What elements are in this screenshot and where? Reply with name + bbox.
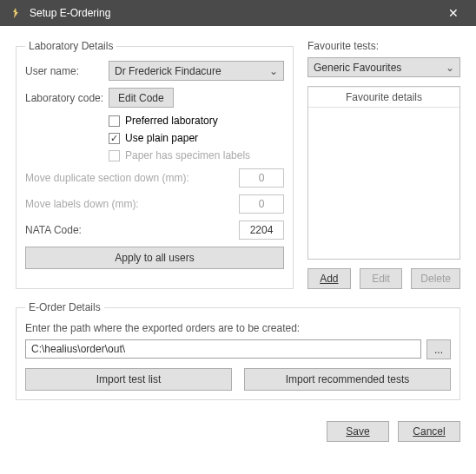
eorder-legend: E-Order Details [25, 301, 104, 313]
title-bar: Setup E-Ordering ✕ [0, 0, 476, 26]
nata-code-label: NATA Code: [25, 224, 239, 236]
lab-code-label: Laboratory code: [25, 92, 109, 104]
favourite-details-table[interactable]: Favourite details [307, 86, 460, 260]
apply-to-all-button[interactable]: Apply to all users [25, 247, 284, 269]
laboratory-details-group: Laboratory Details User name: Dr Frederi… [16, 40, 294, 289]
user-name-combo[interactable]: Dr Frederick Findacure ⌄ [109, 61, 284, 81]
cancel-button[interactable]: Cancel [398, 421, 460, 442]
path-label: Enter the path where the exported orders… [25, 322, 451, 334]
nata-code-input[interactable] [239, 221, 284, 240]
chevron-down-icon: ⌄ [446, 62, 454, 74]
use-plain-paper-checkbox[interactable]: Use plain paper [109, 132, 284, 144]
add-button[interactable]: Add [307, 268, 351, 289]
app-icon [9, 6, 23, 20]
window-title: Setup E-Ordering [30, 7, 436, 19]
favourite-tests-combo[interactable]: Generic Favourites ⌄ [307, 57, 460, 77]
import-recommended-tests-button[interactable]: Import recommended tests [244, 368, 451, 391]
save-button[interactable]: Save [327, 421, 389, 442]
favourite-tests-value: Generic Favourites [314, 62, 401, 74]
laboratory-legend: Laboratory Details [25, 40, 116, 52]
preferred-lab-checkbox[interactable]: Preferred laboratory [109, 115, 284, 127]
browse-button[interactable]: ... [426, 339, 451, 359]
delete-button[interactable]: Delete [411, 268, 460, 289]
move-dup-label: Move duplicate section down (mm): [25, 172, 239, 184]
user-name-value: Dr Frederick Findacure [115, 65, 221, 77]
favourite-tests-label: Favourite tests: [307, 40, 460, 52]
edit-button[interactable]: Edit [360, 268, 403, 289]
close-button[interactable]: ✕ [436, 0, 471, 26]
specimen-labels-checkbox[interactable]: Paper has specimen labels [109, 149, 284, 161]
import-test-list-button[interactable]: Import test list [25, 368, 232, 391]
move-labels-label: Move labels down (mm): [25, 198, 239, 210]
chevron-down-icon: ⌄ [269, 65, 278, 77]
move-dup-input[interactable] [239, 168, 284, 188]
eorder-details-group: E-Order Details Enter the path where the… [16, 301, 460, 400]
favourite-details-header: Favourite details [308, 87, 459, 108]
move-labels-input[interactable] [239, 194, 284, 214]
user-name-label: User name: [25, 65, 109, 77]
path-input[interactable] [25, 339, 421, 359]
edit-code-button[interactable]: Edit Code [109, 88, 174, 108]
